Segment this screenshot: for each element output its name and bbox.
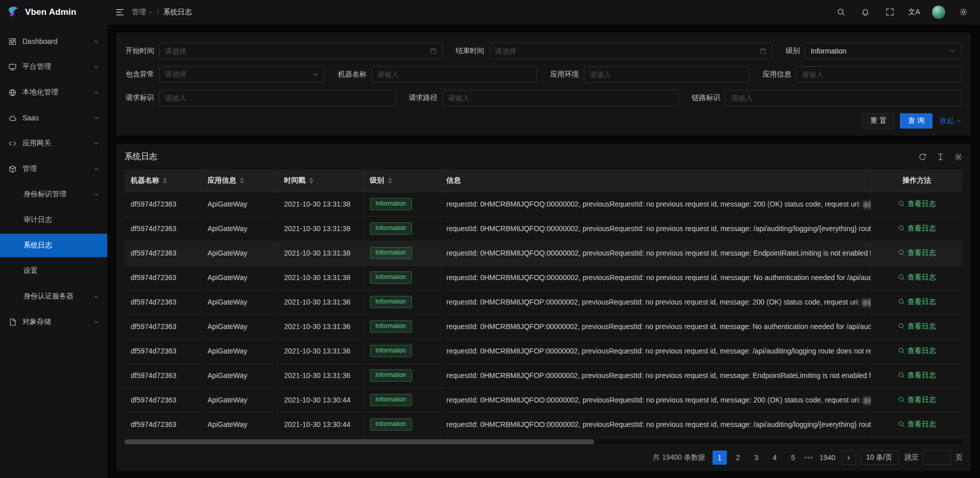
menu-fold-icon[interactable] [115, 8, 125, 17]
table-row: df5974d72363ApiGateWay2021-10-30 13:30:4… [125, 388, 963, 412]
machine-name-input[interactable] [372, 66, 537, 83]
breadcrumb-separator: / [157, 8, 159, 16]
trace-id-field[interactable] [731, 94, 956, 102]
page-button-5[interactable]: 5 [786, 450, 800, 465]
page-size-select[interactable]: 10 条/页 [860, 450, 898, 465]
cell-message: requestId: 0HMCRBM8JQFOO:00000002, previ… [440, 412, 871, 437]
sidebar-item-saas[interactable]: Saas [0, 106, 107, 130]
breadcrumb-item-manage[interactable]: 管理 [132, 8, 153, 17]
column-header-time[interactable]: 时间戳 [278, 169, 363, 192]
view-log-link[interactable]: 查看日志 [898, 273, 936, 282]
has-exception-select[interactable]: 请选择 [159, 66, 325, 83]
calendar-icon [430, 47, 437, 55]
start-time-datepicker[interactable] [159, 43, 443, 59]
table-row: df5974d72363ApiGateWay2021-10-30 13:30:4… [125, 412, 963, 437]
trace-id-input[interactable] [725, 90, 962, 106]
sidebar-item-auth-server[interactable]: 身份认证服务器 [0, 285, 107, 308]
view-log-link[interactable]: 查看日志 [898, 420, 936, 429]
breadcrumb: 管理 / 系统日志 [132, 8, 192, 17]
cell-machine: df5974d72363 [125, 241, 201, 265]
sidebar-item-system-log[interactable]: 系统日志 [0, 234, 107, 257]
chevron-down-icon [312, 71, 319, 78]
table-row: df5974d72363ApiGateWay2021-10-30 13:31:3… [125, 290, 963, 314]
page-button-4[interactable]: 4 [768, 450, 782, 465]
request-path-input[interactable] [443, 90, 679, 106]
sort-icon [240, 178, 244, 184]
app-title: Vben Admin [25, 7, 77, 17]
bell-icon[interactable] [856, 0, 874, 24]
next-page-button[interactable] [842, 450, 856, 465]
row-height-icon[interactable] [936, 153, 945, 161]
request-id-field[interactable] [165, 94, 390, 102]
view-log-link[interactable]: 查看日志 [898, 199, 936, 209]
query-button[interactable]: 查 询 [900, 113, 933, 129]
saas-icon [8, 114, 17, 122]
sidebar-item-platform[interactable]: 平台管理 [0, 55, 107, 79]
view-log-link[interactable]: 查看日志 [898, 322, 936, 331]
sidebar-item-object-storage[interactable]: 对象存储 [0, 310, 107, 334]
search-icon[interactable] [832, 0, 849, 24]
main-area: 管理 / 系统日志 文A 开始时间结束时间级别Information包含异常请选… [107, 0, 980, 478]
gear-icon[interactable] [954, 0, 972, 24]
sidebar-item-gateway[interactable]: 应用网关 [0, 132, 107, 155]
column-settings-icon[interactable] [954, 153, 963, 161]
page-ellipsis[interactable]: ••• [804, 454, 814, 462]
refresh-icon[interactable] [918, 153, 927, 161]
view-log-link[interactable]: 查看日志 [898, 248, 936, 258]
view-log-link[interactable]: 查看日志 [898, 371, 936, 380]
view-log-link[interactable]: 查看日志 [898, 224, 936, 233]
page-button-1940[interactable]: 1940 [817, 450, 837, 465]
level-badge: Information [370, 320, 412, 333]
field-trace-id: 链路标识 [692, 90, 962, 106]
filter-form: 开始时间结束时间级别Information包含异常请选择机器名称应用环境应用信息… [126, 43, 962, 106]
machine-name-field[interactable] [377, 70, 531, 79]
redacted-text [864, 397, 871, 404]
column-header-machine[interactable]: 机器名称 [125, 169, 201, 192]
cell-machine: df5974d72363 [125, 192, 201, 216]
cell-message: requestId: 0HMCRBM8JQFOP:00000002, previ… [440, 363, 871, 388]
logo-icon [7, 5, 20, 20]
table-body: df5974d72363ApiGateWay2021-10-30 13:31:3… [125, 192, 963, 437]
platform-icon [8, 63, 17, 71]
sidebar-item-identity[interactable]: 身份标识管理 [0, 183, 107, 206]
reset-button[interactable]: 重 置 [862, 113, 895, 129]
app-info-input[interactable] [796, 66, 962, 83]
app-info-field[interactable] [802, 70, 956, 79]
sidebar-item-dashboard[interactable]: Dashboard [0, 30, 107, 53]
fullscreen-icon[interactable] [881, 0, 898, 24]
view-log-link[interactable]: 查看日志 [898, 297, 936, 307]
request-id-input[interactable] [159, 90, 396, 106]
cell-action: 查看日志 [871, 192, 963, 216]
trace-id-label: 链路标识 [692, 93, 725, 103]
end-time-field[interactable] [495, 47, 757, 55]
column-header-app[interactable]: 应用信息 [201, 169, 278, 192]
start-time-field[interactable] [165, 47, 427, 55]
app-env-field[interactable] [590, 70, 744, 79]
page-button-1[interactable]: 1 [713, 450, 727, 465]
sidebar-item-audit-log[interactable]: 审计日志 [0, 208, 107, 232]
avatar[interactable] [930, 0, 947, 24]
page-button-3[interactable]: 3 [749, 450, 764, 465]
app-info-label: 应用信息 [763, 70, 796, 79]
translate-icon[interactable]: 文A [905, 0, 923, 24]
view-log-link[interactable]: 查看日志 [898, 395, 936, 405]
table-row: df5974d72363ApiGateWay2021-10-30 13:31:3… [125, 192, 963, 216]
start-time-label: 开始时间 [126, 46, 159, 56]
collapse-toggle[interactable]: 收起 [940, 116, 962, 125]
sidebar-item-settings[interactable]: 设置 [0, 259, 107, 283]
sidebar-item-localization[interactable]: 本地化管理 [0, 81, 107, 104]
level-select[interactable]: Information [805, 43, 962, 59]
scrollbar-thumb[interactable] [125, 439, 594, 444]
end-time-datepicker[interactable] [489, 43, 773, 59]
page-jump-input[interactable] [923, 450, 951, 465]
logo[interactable]: Vben Admin [0, 0, 107, 24]
cell-level: Information [363, 290, 440, 314]
app-env-input[interactable] [584, 66, 749, 83]
page-button-2[interactable]: 2 [731, 450, 745, 465]
cell-app: ApiGateWay [201, 216, 278, 241]
sidebar-item-manage[interactable]: 管理 [0, 157, 107, 181]
column-header-level[interactable]: 级别 [363, 169, 440, 192]
view-log-link[interactable]: 查看日志 [898, 346, 936, 356]
cell-app: ApiGateWay [201, 363, 278, 388]
request-path-field[interactable] [448, 94, 673, 102]
